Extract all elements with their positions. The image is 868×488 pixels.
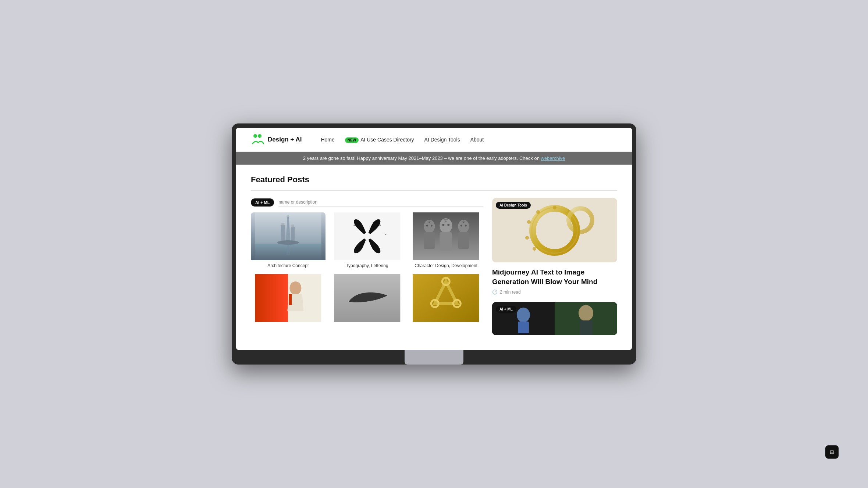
image-grid: Architecture Concept — [251, 212, 483, 322]
nav-links: Home NEWAI Use Cases Directory AI Design… — [321, 136, 484, 143]
content-grid: AI + ML — [251, 198, 617, 342]
announcement-text: 2 years are gone so fast! Happy annivers… — [303, 155, 541, 161]
svg-point-57 — [533, 247, 536, 251]
svg-rect-8 — [281, 223, 284, 226]
svg-point-54 — [573, 238, 577, 242]
jewelry2-image — [409, 274, 483, 322]
svg-rect-42 — [289, 294, 292, 305]
svg-point-51 — [553, 206, 556, 209]
svg-point-56 — [547, 251, 551, 255]
monitor-stand — [405, 350, 463, 365]
right-card-1-title: Midjourney AI Text to Image Generation W… — [492, 268, 617, 286]
nav-item-home[interactable]: Home — [321, 136, 334, 143]
architecture-image — [251, 212, 326, 260]
divider — [251, 190, 617, 191]
navbar: Design + AI Home NEWAI Use Cases Directo… — [236, 128, 632, 152]
card-architecture[interactable]: Architecture Concept — [251, 212, 326, 270]
svg-point-53 — [576, 223, 579, 227]
svg-point-29 — [442, 224, 445, 226]
card-typography[interactable]: Typography, Lettering — [330, 212, 405, 270]
fashion-image — [251, 274, 326, 322]
logo-text: Design + AI — [268, 136, 302, 143]
svg-rect-66 — [518, 322, 529, 333]
card-nike[interactable] — [330, 274, 405, 322]
main-content: Featured Posts AI + ML — [236, 165, 632, 349]
svg-rect-33 — [458, 232, 469, 249]
svg-point-59 — [527, 220, 531, 224]
right-column: AI Design Tools — [492, 198, 617, 342]
right-card-1-badge: AI Design Tools — [496, 202, 531, 209]
svg-rect-19 — [424, 232, 435, 249]
svg-rect-39 — [255, 274, 321, 322]
svg-point-16 — [385, 234, 386, 235]
nav-item-about[interactable]: About — [470, 136, 484, 143]
svg-point-40 — [289, 281, 301, 295]
card-jewelry2[interactable] — [409, 274, 483, 322]
right-card-2[interactable]: AI + ML — [492, 302, 617, 335]
typography-image — [330, 212, 405, 260]
clock-icon: 🕐 — [492, 290, 498, 295]
svg-point-1 — [258, 134, 262, 138]
svg-point-15 — [379, 225, 381, 226]
svg-point-13 — [363, 233, 371, 240]
svg-point-65 — [517, 308, 530, 322]
card-fashion[interactable] — [251, 274, 326, 322]
svg-point-0 — [253, 134, 257, 138]
left-column: AI + ML — [251, 198, 483, 342]
svg-rect-69 — [555, 302, 617, 335]
card-character[interactable]: Character Design, Development — [409, 212, 483, 270]
svg-point-36 — [460, 225, 462, 227]
right-card-midjourney[interactable]: AI Design Tools — [492, 198, 617, 294]
character-image — [409, 212, 483, 260]
announcement-bar: 2 years are gone so fast! Happy annivers… — [236, 152, 632, 165]
filter-input[interactable] — [278, 198, 483, 207]
logo-area[interactable]: Design + AI — [251, 133, 302, 146]
filter-bar: AI + ML — [251, 198, 483, 207]
card-architecture-label: Architecture Concept — [251, 260, 326, 270]
svg-rect-26 — [440, 232, 452, 251]
right-card-1-meta: 🕐 2 min read — [492, 290, 617, 295]
svg-point-22 — [426, 225, 428, 227]
logo-icon — [251, 133, 264, 146]
svg-rect-9 — [291, 225, 294, 228]
svg-point-55 — [562, 249, 566, 253]
right-card-1-read-time: 2 min read — [500, 290, 521, 295]
nav-item-ai-use-cases[interactable]: NEWAI Use Cases Directory — [345, 136, 414, 143]
right-card-2-image-wrap: AI + ML — [492, 302, 617, 335]
new-badge: NEW — [345, 137, 359, 143]
right-card-2-badge: AI + ML — [496, 306, 516, 313]
svg-point-14 — [353, 225, 355, 226]
featured-posts-title: Featured Posts — [251, 175, 617, 184]
nike-image — [330, 274, 405, 322]
announcement-link[interactable]: webarchive — [541, 155, 565, 161]
svg-point-60 — [536, 210, 540, 214]
filter-tag[interactable]: AI + ML — [251, 198, 274, 207]
svg-point-37 — [465, 225, 467, 227]
svg-point-30 — [448, 224, 450, 226]
card-character-label: Character Design, Development — [409, 260, 483, 270]
right-card-1-image-wrap: AI Design Tools — [492, 198, 617, 262]
svg-point-58 — [525, 236, 529, 240]
card-typography-label: Typography, Lettering — [330, 260, 405, 270]
nav-item-ai-design-tools[interactable]: AI Design Tools — [424, 136, 460, 143]
svg-point-23 — [431, 225, 433, 227]
